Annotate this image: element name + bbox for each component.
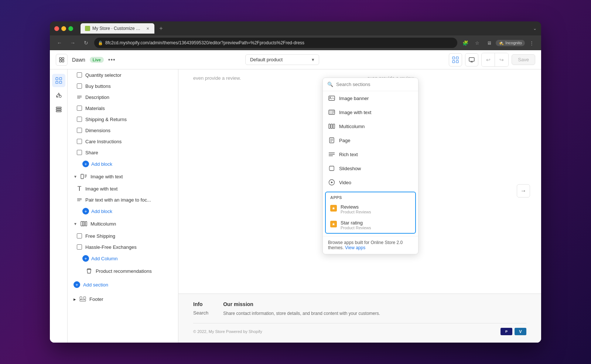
dropdown-item-slideshow[interactable]: Slideshow [323, 161, 418, 175]
undo-button[interactable]: ↩ [482, 53, 495, 66]
refresh-button[interactable]: ↻ [81, 38, 91, 48]
tab-close-icon[interactable]: ✕ [146, 26, 150, 31]
section-multicolumn-header[interactable]: ▼ Multicolumn [68, 217, 178, 230]
panel-item-label: Care Instructions [85, 139, 122, 144]
menu-icon[interactable]: ⋮ [526, 38, 537, 48]
svg-rect-56 [334, 167, 335, 170]
desktop-preview-button[interactable] [465, 53, 478, 66]
dropdown-chevron-icon: ▾ [312, 57, 314, 62]
add-block-label: Add block [91, 161, 112, 167]
apps-item-reviews[interactable]: ★ Reviews Product Reviews [326, 201, 415, 217]
app-toolbar: Dawn Live ••• Default product ▾ [50, 50, 541, 69]
footer-label: Footer [89, 296, 103, 302]
toolbar-center: Default product ▾ [120, 54, 445, 65]
close-button[interactable] [54, 26, 59, 31]
extensions-icon[interactable]: 🧩 [460, 38, 471, 48]
svg-rect-11 [56, 78, 58, 80]
section-product-recommendations[interactable]: Product recommendations [68, 264, 178, 278]
grid-select-button[interactable] [449, 53, 462, 66]
section-image-with-text-header[interactable]: ▼ Image with text [68, 170, 178, 183]
bookmark-icon[interactable]: ☆ [472, 38, 482, 48]
back-button[interactable]: ← [54, 38, 65, 48]
add-block-1-button[interactable]: + Add block [68, 158, 178, 170]
product-rec-icon [85, 267, 93, 275]
dropdown-item-rich-text[interactable]: Rich text [323, 147, 418, 161]
apps-item-star-rating-text: Star rating Product Reviews [341, 220, 371, 230]
add-block-2-button[interactable]: + Add block [68, 205, 178, 217]
blocks-icon-btn[interactable] [52, 103, 65, 117]
svg-rect-5 [456, 57, 458, 59]
panel-item-materials[interactable]: Materials [68, 103, 178, 114]
fullscreen-button[interactable] [68, 26, 73, 31]
apps-icon-btn[interactable] [52, 89, 65, 102]
active-tab[interactable]: My Store · Customize Dawn · S ✕ [81, 23, 154, 34]
panel-item-description[interactable]: Description [68, 92, 178, 103]
collapse-icon: ▼ [74, 222, 77, 226]
more-options-button[interactable]: ••• [108, 56, 116, 63]
panel-item-share[interactable]: Share [68, 147, 178, 158]
address-bar[interactable]: 🔒 8fc2cd.myshopify.com/admin/themes/1364… [94, 38, 457, 48]
corner-icon [76, 127, 82, 133]
panel-item-dimensions[interactable]: Dimensions [68, 125, 178, 136]
panel-item-label: Share [85, 150, 98, 155]
panel-item-label: Shipping & Returns [85, 117, 127, 122]
forward-button[interactable]: → [68, 38, 78, 48]
search-icon: 🔍 [327, 82, 333, 87]
desktop-icon[interactable]: 🖥 [484, 38, 494, 48]
window-controls[interactable]: ⌄ [533, 26, 537, 31]
reviews-name: Reviews [341, 204, 371, 210]
add-section-label: Add section [83, 282, 108, 288]
panel-item-care-instructions[interactable]: Care Instructions [68, 136, 178, 147]
dropdown-item-label: Slideshow [339, 166, 361, 171]
view-apps-link[interactable]: View apps [345, 245, 365, 250]
minimize-button[interactable] [61, 26, 66, 31]
panel-item-label: Image with text [85, 186, 117, 192]
dropdown-item-image-with-text[interactable]: Image with text [323, 105, 418, 119]
footer-collapse-icon: ▸ [74, 296, 76, 302]
footer-mission-text: Share contact information, store details… [223, 310, 526, 317]
template-dropdown[interactable]: Default product ▾ [245, 54, 319, 65]
search-sections-input[interactable] [336, 82, 414, 87]
star-rating-name: Star rating [341, 220, 371, 226]
panel-item-label: Quantity selector [85, 72, 122, 78]
preview-arrow-button[interactable]: → [517, 184, 530, 198]
sections-icon-btn[interactable] [52, 74, 65, 87]
panel-item-label: Description [85, 95, 109, 100]
footer-info-search: Search [193, 310, 208, 316]
traffic-lights [54, 26, 73, 31]
panel-item-shipping-returns[interactable]: Shipping & Returns [68, 114, 178, 125]
browser-tabs: My Store · Customize Dawn · S ✕ + [81, 23, 166, 34]
svg-rect-55 [329, 167, 329, 170]
new-tab-button[interactable]: + [156, 23, 166, 34]
add-section-button[interactable]: + Add section [68, 278, 178, 292]
dropdown-item-image-banner[interactable]: Image banner [323, 91, 418, 105]
corner-icon [76, 244, 82, 250]
save-button[interactable]: Save [512, 54, 535, 65]
incognito-badge: 🕵 Incognito [496, 40, 525, 46]
svg-rect-34 [80, 297, 82, 299]
image-with-text-icon [328, 109, 335, 116]
rich-text-icon [328, 151, 335, 158]
dropdown-item-video[interactable]: Video [323, 175, 418, 189]
panel-item-image-with-text[interactable]: Image with text [68, 183, 178, 194]
add-circle-icon-3: + [82, 255, 89, 262]
add-column-button[interactable]: + Add Column [68, 253, 178, 264]
redo-button[interactable]: ↪ [495, 53, 508, 66]
editor-back-button[interactable] [56, 54, 68, 66]
dropdown-item-page[interactable]: Page [323, 133, 418, 147]
panel-item-quantity-selector[interactable]: Quantity selector [68, 69, 178, 80]
svg-rect-44 [329, 124, 330, 128]
panel-item-hassle-free[interactable]: Hassle-Free Exchanges [68, 241, 178, 253]
svg-rect-16 [56, 109, 61, 110]
panel-item-free-shipping[interactable]: Free Shipping [68, 230, 178, 241]
panel-item-buy-buttons[interactable]: Buy buttons [68, 80, 178, 92]
main-layout: Quantity selector Buy buttons [50, 69, 541, 343]
apps-item-star-rating[interactable]: ★ Star rating Product Reviews [326, 217, 415, 233]
svg-rect-13 [56, 81, 58, 83]
live-badge: Live [90, 57, 104, 63]
panel-item-pair-text[interactable]: Pair text with an image to foc... [68, 194, 178, 205]
dropdown-item-multicolumn[interactable]: Multicolumn [323, 119, 418, 133]
footer-header[interactable]: ▸ Footer [68, 292, 178, 306]
lock-icon: 🔒 [98, 41, 103, 45]
svg-rect-12 [59, 78, 62, 80]
